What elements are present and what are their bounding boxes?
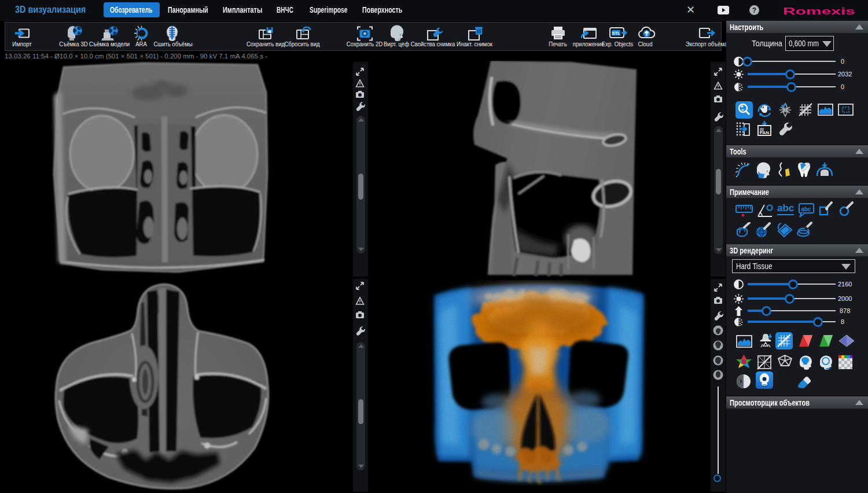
- svg-text:PAN: PAN: [760, 130, 770, 135]
- svg-text:abc: abc: [801, 206, 811, 212]
- svg-text:?: ?: [752, 6, 756, 14]
- svg-text:STL: STL: [612, 31, 620, 36]
